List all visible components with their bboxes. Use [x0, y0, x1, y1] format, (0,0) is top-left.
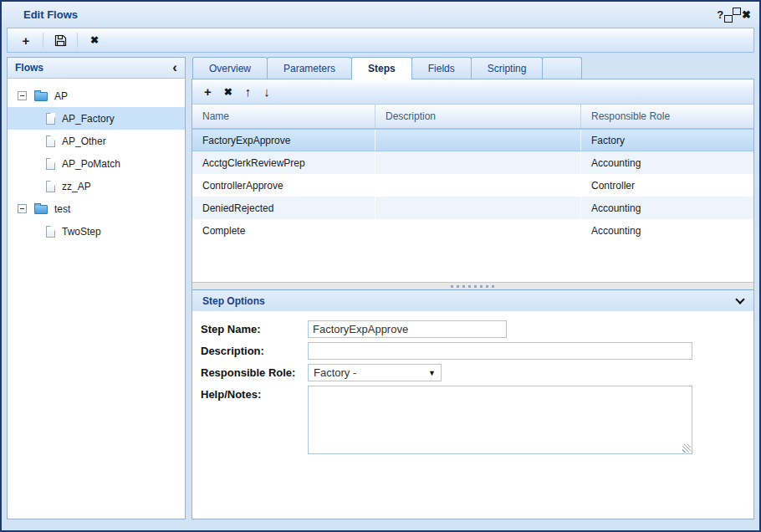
- edit-flows-window: Edit Flows ? ✖ + ✖ Flows ‹: [0, 0, 761, 532]
- file-icon: [46, 136, 55, 147]
- step-row-factoryexpapprove[interactable]: FactoryExpApprove Factory: [192, 129, 753, 151]
- cell-role: Accounting: [581, 151, 753, 174]
- description-input[interactable]: [308, 342, 692, 360]
- step-name-input[interactable]: [308, 320, 507, 338]
- step-name-label: Step Name:: [201, 320, 308, 338]
- file-icon: [46, 226, 55, 238]
- collapse-panel-icon[interactable]: ‹: [172, 60, 177, 74]
- responsible-role-select[interactable]: Factory - ▼: [308, 364, 442, 381]
- plus-icon: +: [23, 33, 30, 48]
- tree-folder-test[interactable]: test: [8, 197, 185, 220]
- cell-description: [375, 151, 581, 174]
- steps-tab-panel: + ✖ ↑ ↓ Name Description Responsible Rol…: [192, 79, 754, 519]
- tab-label: Parameters: [283, 63, 335, 74]
- help-notes-textarea[interactable]: [308, 386, 692, 454]
- cell-description: [375, 174, 581, 197]
- splitter-grip-icon: [451, 285, 496, 288]
- window-title: Edit Flows: [23, 8, 717, 21]
- column-header-responsible-role[interactable]: Responsible Role: [581, 105, 753, 128]
- sidebar-header: Flows ‹: [8, 58, 185, 79]
- cell-role: Accounting: [581, 219, 753, 242]
- tree-item-twostep[interactable]: TwoStep: [8, 220, 185, 243]
- cell-role: Accounting: [581, 197, 753, 219]
- tree-item-zz-ap[interactable]: zz_AP: [8, 175, 185, 197]
- tree-folder-label: test: [54, 203, 70, 215]
- tree-item-ap-factory[interactable]: AP_Factory: [8, 107, 185, 130]
- tab-overview[interactable]: Overview: [192, 57, 268, 79]
- tab-label: Fields: [428, 63, 455, 74]
- cell-description: [375, 197, 581, 219]
- horizontal-splitter[interactable]: [192, 282, 753, 289]
- column-header-name[interactable]: Name: [192, 105, 375, 128]
- tab-label: Overview: [209, 63, 251, 74]
- steps-grid-header: Name Description Responsible Role: [192, 105, 753, 129]
- tree-item-ap-other[interactable]: AP_Other: [8, 130, 185, 152]
- step-row-complete[interactable]: Complete Accounting: [192, 219, 753, 242]
- arrow-up-icon: ↑: [245, 84, 252, 99]
- file-icon: [46, 158, 55, 170]
- step-options-form: Step Name: Description: Responsible Role…: [192, 311, 753, 519]
- column-header-description[interactable]: Description: [375, 105, 581, 128]
- cell-description: [375, 130, 581, 151]
- add-flow-button[interactable]: +: [14, 30, 38, 50]
- cell-name: AcctgClerkReviewPrep: [192, 151, 375, 174]
- flow-detail-panel: Overview Parameters Steps Fields Scripti…: [192, 57, 754, 519]
- main-toolbar: + ✖: [7, 28, 754, 53]
- help-icon[interactable]: ?: [717, 9, 723, 20]
- step-row-acctgclerkreviewprep[interactable]: AcctgClerkReviewPrep Accounting: [192, 151, 753, 174]
- tab-steps[interactable]: Steps: [351, 57, 412, 79]
- tree-item-label: AP_Other: [62, 136, 106, 147]
- tab-strip: Overview Parameters Steps Fields Scripti…: [192, 57, 754, 79]
- collapse-node-icon[interactable]: [18, 91, 27, 100]
- cell-role: Factory: [581, 130, 753, 151]
- step-options-header[interactable]: Step Options: [192, 289, 753, 311]
- save-flow-button[interactable]: [49, 30, 72, 50]
- tab-scripting[interactable]: Scripting: [471, 57, 544, 79]
- tab-parameters[interactable]: Parameters: [267, 57, 352, 79]
- sidebar-title: Flows: [15, 62, 172, 74]
- flows-tree: AP AP_Factory AP_Other AP_PoMatch zz_AP: [8, 79, 185, 243]
- step-row-controllerapprove[interactable]: ControllerApprove Controller: [192, 174, 753, 197]
- step-row-deniedrejected[interactable]: DeniedRejected Accounting: [192, 197, 753, 219]
- tree-item-label: AP_Factory: [62, 113, 115, 125]
- file-icon: [46, 181, 55, 192]
- tree-folder-label: AP: [54, 90, 68, 102]
- move-step-up-button[interactable]: ↑: [245, 82, 252, 102]
- cell-description: [375, 219, 581, 242]
- grid-empty-area: [192, 242, 753, 282]
- folder-icon: [34, 92, 48, 101]
- folder-icon: [34, 205, 48, 214]
- description-label: Description:: [201, 342, 308, 360]
- tree-item-label: zz_AP: [62, 181, 91, 192]
- tab-fields[interactable]: Fields: [411, 57, 472, 79]
- save-icon: [54, 34, 67, 47]
- toolbar-separator: [43, 33, 43, 48]
- cell-name: ControllerApprove: [192, 174, 375, 197]
- cell-name: Complete: [192, 219, 375, 242]
- chevron-down-icon[interactable]: [735, 294, 744, 304]
- close-icon[interactable]: ✖: [742, 9, 751, 20]
- dropdown-arrow-icon: ▼: [428, 369, 436, 377]
- cell-name: DeniedRejected: [192, 197, 375, 219]
- flows-sidebar: Flows ‹ AP AP_Factory AP_Other AP_PoMatc…: [7, 57, 186, 519]
- delete-flow-button[interactable]: ✖: [83, 30, 106, 50]
- steps-toolbar: + ✖ ↑ ↓: [192, 79, 753, 105]
- add-step-button[interactable]: +: [204, 82, 212, 102]
- x-icon: ✖: [90, 34, 99, 46]
- toolbar-separator: [77, 33, 78, 48]
- help-notes-label: Help/Notes:: [201, 386, 308, 454]
- arrow-down-icon: ↓: [263, 84, 270, 99]
- title-bar: Edit Flows ? ✖: [2, 2, 759, 28]
- tab-label: Steps: [368, 63, 396, 74]
- collapse-node-icon[interactable]: [18, 204, 27, 213]
- plus-icon: +: [204, 84, 212, 99]
- tree-folder-ap[interactable]: AP: [8, 84, 185, 107]
- selected-role-value: Factory -: [314, 366, 356, 379]
- move-step-down-button[interactable]: ↓: [263, 82, 270, 102]
- delete-step-button[interactable]: ✖: [224, 82, 232, 102]
- window-controls: ? ✖: [717, 9, 751, 20]
- tree-item-label: TwoStep: [62, 226, 101, 238]
- responsible-role-label: Responsible Role:: [201, 364, 308, 381]
- tab-strip-spacer: [542, 57, 582, 79]
- tree-item-ap-pomatch[interactable]: AP_PoMatch: [8, 152, 185, 175]
